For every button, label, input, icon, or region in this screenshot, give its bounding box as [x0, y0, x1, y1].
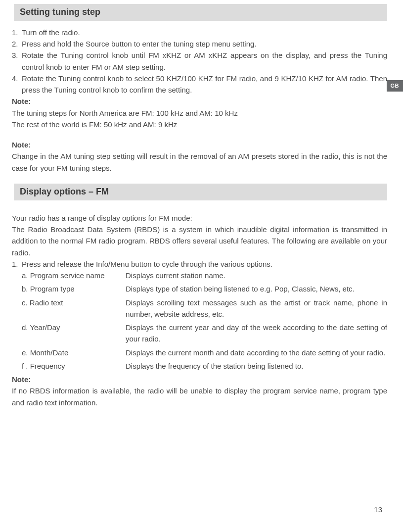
option-label: e. Month/Date	[22, 347, 126, 358]
list-number: 1.	[12, 27, 22, 38]
option-label: c. Radio text	[22, 297, 126, 308]
note-text: The tuning steps for North America are F…	[12, 107, 387, 119]
section-display-options-body: Your radio has a range of display option…	[12, 212, 387, 408]
note-text: Change in the AM tuning step setting wil…	[12, 150, 387, 174]
note-text: The rest of the world is FM: 50 kHz and …	[12, 119, 387, 130]
list-item: e. Month/Date Displays the current month…	[22, 347, 387, 358]
list-item: f . Frequency Displays the frequency of …	[22, 360, 387, 372]
list-number: 4.	[12, 73, 22, 96]
list-item: d. Year/Day Displays the current year an…	[22, 322, 387, 345]
intro-text: Your radio has a range of display option…	[12, 212, 387, 224]
intro-text: The Radio Broadcast Data System (RBDS) i…	[12, 224, 387, 258]
list-item: b. Program type Displays type of station…	[22, 283, 387, 294]
list-item: 1. Press and release the Info/Menu butto…	[12, 258, 387, 270]
list-text: Rotate the Tuning control knob until FM …	[22, 49, 387, 73]
language-tab: GB	[387, 80, 403, 92]
list-number: 2.	[12, 38, 22, 49]
list-number: 3.	[12, 49, 22, 73]
option-desc: Displays type of station being listened …	[126, 283, 387, 294]
option-label: a. Program service name	[22, 270, 126, 281]
page-number: 13	[374, 504, 382, 515]
list-text: Press and hold the Source button to ente…	[22, 38, 387, 49]
list-item: a. Program service name Displays current…	[22, 270, 387, 281]
list-item: 2. Press and hold the Source button to e…	[12, 38, 387, 49]
heading-display-options: Display options – FM	[14, 184, 387, 200]
option-desc: Displays current station name.	[126, 270, 387, 281]
list-text: Turn off the radio.	[22, 27, 387, 38]
option-label: f . Frequency	[22, 360, 126, 372]
option-label: b. Program type	[22, 283, 126, 294]
list-text: Press and release the Info/Menu button t…	[22, 258, 387, 270]
note-label: Note:	[12, 139, 387, 150]
option-label: d. Year/Day	[22, 322, 126, 333]
list-text: Rotate the Tuning control knob to select…	[22, 73, 387, 96]
list-item: 4. Rotate the Tuning control knob to sel…	[12, 73, 387, 96]
list-item: 3. Rotate the Tuning control knob until …	[12, 49, 387, 73]
note-label: Note:	[12, 374, 387, 385]
option-desc: Displays the frequency of the station be…	[126, 360, 387, 372]
heading-tuning-step: Setting tuning step	[14, 4, 387, 21]
note-label: Note:	[12, 96, 387, 107]
list-item: 1. Turn off the radio.	[12, 27, 387, 38]
option-desc: Displays the current month and date acco…	[126, 347, 387, 358]
option-desc: Displays the current year and day of the…	[126, 322, 387, 345]
note-text: If no RBDS information is available, the…	[12, 385, 387, 408]
section-tuning-step-body: 1. Turn off the radio. 2. Press and hold…	[12, 27, 387, 174]
options-list: a. Program service name Displays current…	[22, 270, 387, 372]
list-number: 1.	[12, 258, 22, 270]
option-desc: Displays scrolling text messages such as…	[126, 297, 387, 320]
list-item: c. Radio text Displays scrolling text me…	[22, 297, 387, 320]
